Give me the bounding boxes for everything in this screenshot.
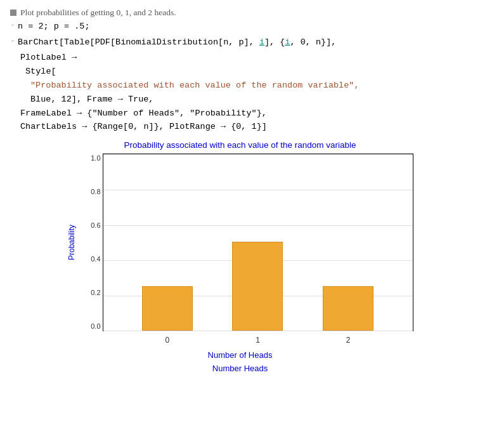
chart-frame: 0 1 2 [103,154,413,331]
y-tick-4: 0.6 [79,222,101,229]
code-line-1: - n = 2; p = .5; [10,20,470,35]
code-dash-1: - [10,20,15,30]
y-tick-labels: 1.0 0.8 0.6 0.4 0.2 0.0 [79,154,103,331]
bar-group-1 [226,242,289,331]
gridline-00 [103,331,413,331]
code-line-1-text: n = 2; p = .5; [18,20,89,34]
bar-0 [142,286,193,331]
comment-line: Plot probabilities of getting 0, 1, and … [10,8,470,18]
code-line-3: PlotLabel → [10,51,470,65]
bar-1 [232,242,283,331]
x-tick-0: 0 [136,336,199,345]
chart-title: Probability associated with each value o… [124,140,356,150]
bars-container [103,154,413,331]
x-tick-1: 1 [226,336,289,345]
bar-group-0 [136,286,199,331]
code-line-8: ChartLabels → {Range[0, n]}, PlotRange →… [10,121,470,134]
bar-2 [323,286,373,331]
y-tick-5: 0.8 [79,188,101,195]
code-line-6: Blue, 12], Frame → True, [10,93,470,107]
footer-label: Number Heads [10,364,470,374]
x-tick-labels: 0 1 2 [103,336,413,345]
chart-area: Probability associated with each value o… [10,140,470,360]
x-tick-2: 2 [316,336,380,345]
comment-text: Plot probabilities of getting 0, 1, and … [20,8,176,18]
y-axis-label: Probability [67,154,76,331]
y-tick-6: 1.0 [79,155,101,162]
x-axis-label: Number of Heads [208,350,273,360]
code-line-4: Style[ [10,65,470,79]
y-tick-3: 0.4 [79,256,101,263]
bar-group-2 [316,286,380,331]
y-tick-1: 0.0 [79,323,101,330]
comment-bullet [10,10,16,16]
code-line-2: - BarChart[Table[PDF[BinomialDistributio… [10,36,470,51]
y-tick-2: 0.2 [79,289,101,296]
number-heads-label: Number Heads [212,364,268,373]
code-line-5: "Probability associated with each value … [10,79,470,93]
code-line-2-text: BarChart[Table[PDF[BinomialDistribution[… [18,36,336,49]
chart-with-y-label: Probability 1.0 0.8 0.6 0.4 0.2 0.0 [67,154,413,331]
code-dash-2: - [10,36,15,46]
code-line-7: FrameLabel → {"Number of Heads", "Probab… [10,107,470,121]
